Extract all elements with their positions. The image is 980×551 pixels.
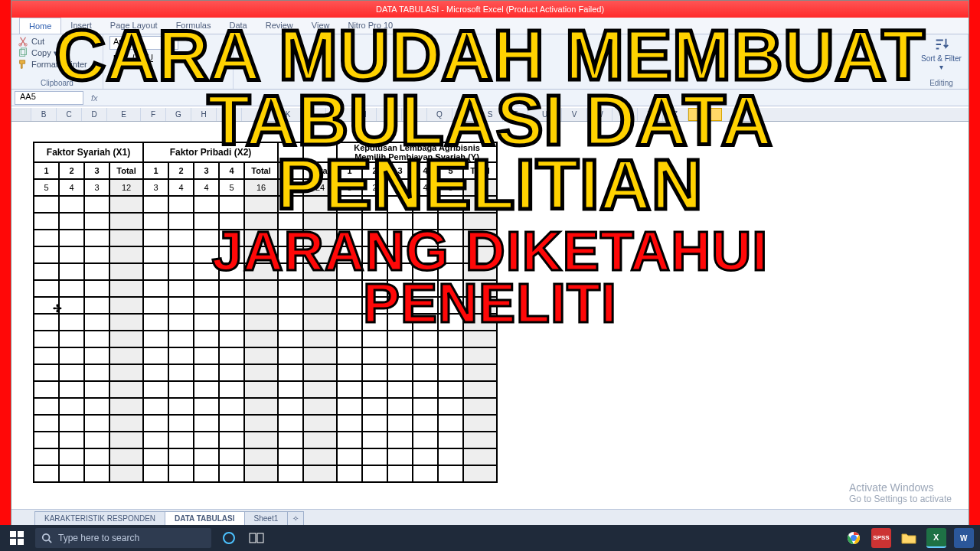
- cut-button[interactable]: Cut: [18, 36, 96, 47]
- tabulasi-table: Faktor Syariah (X1) Faktor Pribadi (X2) …: [33, 142, 965, 483]
- svg-text:X: X: [933, 533, 939, 542]
- group-header-x2: Faktor Pribadi (X2): [143, 142, 278, 162]
- excel-window: DATA TABULASI - Microsoft Excel (Product…: [11, 0, 969, 543]
- col-header[interactable]: U: [528, 108, 562, 121]
- sort-filter-button[interactable]: Sort & Filter ▾: [921, 54, 962, 71]
- col-header[interactable]: D: [82, 108, 107, 121]
- col-header[interactable]: L: [301, 108, 326, 121]
- col-header[interactable]: O: [377, 108, 402, 121]
- tab-data[interactable]: Data: [220, 18, 256, 34]
- ribbon-tab-strip: Home Insert Page Layout Formulas Data Re…: [11, 18, 969, 34]
- taskbar-app-folder[interactable]: [899, 528, 919, 548]
- col-header[interactable]: B: [31, 108, 57, 121]
- tab-view[interactable]: View: [302, 18, 339, 34]
- svg-rect-7: [18, 539, 24, 545]
- search-icon: [41, 533, 52, 543]
- group-editing: Sort & Filter ▾ Editing: [915, 34, 969, 89]
- italic-button[interactable]: I: [126, 51, 140, 65]
- svg-point-8: [43, 534, 50, 541]
- svg-text:W: W: [960, 534, 968, 543]
- col-header[interactable]: V: [562, 108, 587, 121]
- copy-button[interactable]: Copy ▾: [18, 47, 96, 58]
- group-label-editing: Editing: [921, 79, 962, 87]
- col-header-selected[interactable]: AA: [688, 108, 722, 121]
- format-painter-button[interactable]: Format Painter: [18, 59, 96, 70]
- tab-formulas[interactable]: Formulas: [167, 18, 220, 34]
- svg-rect-11: [257, 533, 263, 543]
- copy-icon: [18, 47, 28, 58]
- data-row[interactable]: 5 4 3 12 3 4 4 5 16 24 3 2 4 4 5 18: [34, 179, 497, 196]
- start-button[interactable]: [6, 527, 28, 549]
- task-view-icon[interactable]: [247, 528, 266, 548]
- column-headers: B C D E F G H I J K L M N O P Q R S T U …: [11, 108, 969, 122]
- col-header[interactable]: X: [612, 108, 638, 121]
- col-header[interactable]: J: [242, 108, 276, 121]
- taskbar-app-word[interactable]: W: [954, 528, 974, 548]
- col-header[interactable]: Q: [427, 108, 452, 121]
- col-header[interactable]: P: [402, 108, 427, 121]
- new-sheet-button[interactable]: ✧: [287, 511, 304, 525]
- tab-home[interactable]: Home: [19, 18, 61, 34]
- col-header[interactable]: E: [107, 108, 141, 121]
- window-title: DATA TABULASI - Microsoft Excel (Product…: [11, 1, 969, 18]
- col-header[interactable]: K: [276, 108, 301, 121]
- col-header[interactable]: I: [217, 108, 242, 121]
- col-header[interactable]: W: [587, 108, 612, 121]
- bold-button[interactable]: B: [109, 51, 123, 65]
- sheet-tab-active[interactable]: DATA TABULASI: [165, 511, 245, 525]
- svg-point-9: [224, 533, 234, 543]
- formula-bar: AA5 fx: [11, 90, 969, 106]
- tab-review[interactable]: Review: [256, 18, 302, 34]
- col-header[interactable]: S: [478, 108, 503, 121]
- windows-icon: [10, 531, 24, 545]
- svg-rect-5: [18, 531, 24, 537]
- windows-taskbar: Type here to search SPSS X W: [0, 525, 980, 551]
- svg-rect-6: [10, 539, 16, 545]
- scissors-icon: [18, 36, 28, 47]
- taskbar-search[interactable]: Type here to search: [35, 528, 211, 548]
- sort-filter-icon[interactable]: [933, 36, 950, 53]
- underline-button[interactable]: U: [143, 51, 157, 65]
- tab-nitro[interactable]: Nitro Pro 10: [338, 18, 402, 34]
- taskbar-app-spss[interactable]: SPSS: [871, 528, 891, 548]
- svg-rect-10: [250, 533, 256, 543]
- col-header[interactable]: M: [326, 108, 351, 121]
- tab-page-layout[interactable]: Page Layout: [101, 18, 167, 34]
- col-header[interactable]: T: [503, 108, 528, 121]
- select-all-corner[interactable]: [11, 108, 31, 121]
- svg-rect-4: [10, 531, 16, 537]
- cortana-icon[interactable]: [219, 528, 239, 548]
- brush-icon: [18, 59, 28, 70]
- group-header-x1: Faktor Syariah (X1): [34, 142, 143, 162]
- col-header[interactable]: R: [452, 108, 478, 121]
- group-clipboard: Cut Copy ▾ Format Painter Clipboard: [11, 34, 103, 89]
- sheet-tab[interactable]: Sheet1: [244, 511, 289, 525]
- tab-insert[interactable]: Insert: [61, 18, 101, 34]
- col-header[interactable]: F: [141, 108, 166, 121]
- fx-label[interactable]: fx: [91, 93, 98, 103]
- col-header[interactable]: C: [57, 108, 82, 121]
- col-header[interactable]: H: [191, 108, 217, 121]
- cell-cursor-icon: ✢: [53, 302, 62, 315]
- col-header[interactable]: N: [351, 108, 377, 121]
- sheet-tab[interactable]: KARAKTERISTIK RESPONDEN: [34, 511, 165, 525]
- col-header[interactable]: Z: [663, 108, 688, 121]
- name-box[interactable]: AA5: [15, 91, 83, 105]
- col-header[interactable]: G: [166, 108, 191, 121]
- worksheet-area[interactable]: B C D E F G H I J K L M N O P Q R S T U …: [11, 108, 969, 509]
- sheet-tab-strip: KARAKTERISTIK RESPONDEN DATA TABULASI Sh…: [11, 509, 969, 526]
- font-name-combo[interactable]: Arial: [109, 36, 178, 50]
- group-font: Arial B I U: [103, 34, 234, 89]
- taskbar-app-excel[interactable]: X: [926, 528, 946, 548]
- group-header-y: Keputusan Lembaga Agribisnis Memilih Pem…: [337, 142, 497, 162]
- activate-windows-watermark: Activate Windows Go to Settings to activ…: [849, 481, 952, 504]
- col-header[interactable]: Y: [638, 108, 663, 121]
- group-label-clipboard: Clipboard: [18, 79, 96, 87]
- ribbon-body: Cut Copy ▾ Format Painter Clipboard Aria…: [11, 34, 969, 90]
- taskbar-app-chrome[interactable]: [844, 528, 864, 548]
